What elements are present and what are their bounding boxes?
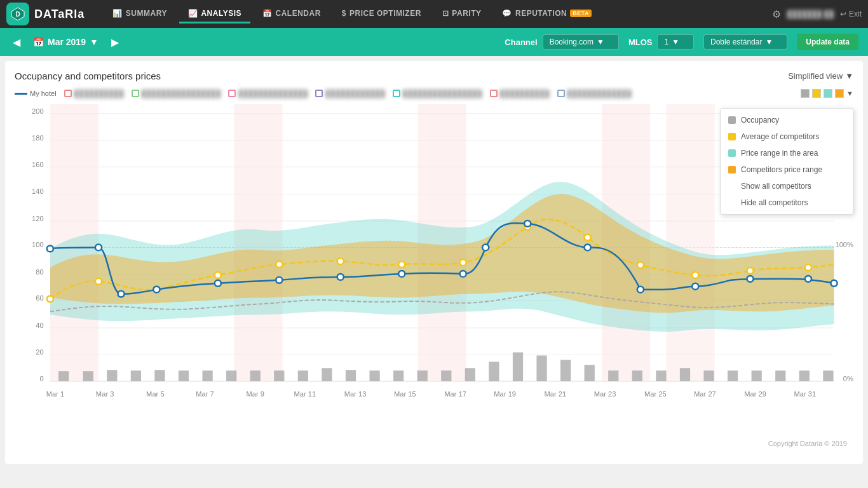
nav-item-parity[interactable]: ⊡ PARITY — [433, 5, 491, 24]
prev-month-button[interactable]: ◀ — [10, 36, 24, 48]
svg-text:Mar 29: Mar 29 — [744, 390, 766, 398]
svg-rect-64 — [823, 370, 833, 381]
svg-rect-50 — [489, 362, 499, 381]
dropdown-show-all[interactable]: Show all competitors — [721, 178, 853, 194]
copyright: Copyright Dataria © 2019 — [15, 437, 853, 447]
calendar-icon: 📅 — [262, 9, 273, 18]
svg-rect-36 — [154, 370, 165, 381]
date-selector[interactable]: 📅 Mar 2019 ▼ — [33, 37, 98, 47]
svg-rect-61 — [752, 370, 762, 381]
mlos-select[interactable]: 1 ▼ — [657, 34, 694, 50]
update-data-button[interactable]: Update data — [797, 34, 858, 50]
dd-occupancy-color — [728, 116, 736, 124]
svg-rect-53 — [560, 360, 571, 381]
nav-items: 📊 SUMMARY 📈 ANALYSIS 📅 CALENDAR $ PRICE … — [104, 5, 771, 24]
comp7-color — [557, 90, 565, 97]
svg-rect-38 — [202, 370, 212, 381]
mlos-dropdown-icon: ▼ — [672, 37, 679, 46]
next-month-button[interactable]: ▶ — [108, 36, 122, 48]
svg-point-94 — [805, 276, 811, 282]
dd-show-all-color — [728, 182, 736, 190]
svg-text:0%: 0% — [843, 375, 853, 383]
svg-point-78 — [805, 264, 811, 271]
legend-comp-2[interactable]: ████████████████ — [132, 90, 221, 97]
svg-point-82 — [153, 287, 159, 293]
svg-text:100%: 100% — [835, 241, 853, 249]
swatches-dropdown-icon[interactable]: ▼ — [846, 90, 853, 97]
nav-item-reputation[interactable]: 💬 REPUTATION BETA — [493, 5, 600, 24]
legend-color-swatches[interactable]: ▼ Occupancy Average of competitors Price… — [801, 89, 853, 98]
svg-rect-57 — [656, 370, 666, 381]
nav-item-analysis[interactable]: 📈 ANALYSIS — [179, 5, 250, 24]
svg-rect-62 — [775, 370, 785, 381]
svg-rect-60 — [728, 370, 738, 381]
svg-text:0: 0 — [39, 375, 43, 383]
svg-text:Mar 7: Mar 7 — [196, 390, 214, 398]
exit-button[interactable]: ↩ Exit — [840, 10, 862, 18]
svg-rect-33 — [83, 371, 93, 381]
svg-rect-49 — [465, 368, 475, 381]
legend-comp-3[interactable]: ██████████████ — [228, 90, 308, 97]
svg-rect-44 — [346, 370, 356, 381]
svg-point-91 — [637, 287, 644, 293]
logo[interactable]: D DATaRIa — [6, 3, 85, 25]
svg-point-68 — [215, 272, 221, 278]
dollar-icon: $ — [342, 9, 346, 18]
svg-point-80 — [95, 244, 102, 250]
dropdown-avg-competitors[interactable]: Average of competitors — [721, 128, 853, 145]
legend-comp-4[interactable]: ████████████ — [315, 90, 385, 97]
svg-text:60: 60 — [36, 295, 43, 302]
svg-point-92 — [692, 283, 698, 290]
svg-text:Mar 19: Mar 19 — [494, 390, 516, 398]
legend-row: My hotel ██████████ ████████████████ ███… — [15, 89, 853, 98]
legend-comp-7[interactable]: █████████████ — [557, 90, 632, 97]
dropdown-price-range-area[interactable]: Price range in the area — [721, 145, 853, 161]
dropdown-occupancy[interactable]: Occupancy — [721, 112, 853, 128]
dropdown-hide-all[interactable]: Hide all competitors — [721, 194, 853, 211]
svg-point-95 — [831, 280, 837, 287]
svg-text:Mar 23: Mar 23 — [594, 390, 616, 398]
channel-select[interactable]: Booking.com ▼ — [543, 34, 619, 50]
comp6-color — [490, 90, 498, 97]
svg-text:180: 180 — [32, 134, 44, 142]
legend-comp-1[interactable]: ██████████ — [64, 90, 124, 97]
legend-comp-5[interactable]: ████████████████ — [393, 90, 482, 97]
dd-price-area-color — [728, 149, 736, 157]
svg-point-66 — [95, 278, 102, 285]
svg-text:20: 20 — [36, 349, 43, 356]
nav-item-price-optimizer[interactable]: $ PRICE OPTIMIZER — [333, 5, 430, 24]
room-dropdown-icon: ▼ — [765, 37, 773, 46]
svg-rect-58 — [680, 368, 690, 381]
svg-text:Mar 27: Mar 27 — [694, 390, 716, 398]
dropdown-competitors-price-range[interactable]: Competitors price range — [721, 161, 853, 178]
settings-icon[interactable]: ⚙ — [772, 8, 781, 20]
nav-item-summary[interactable]: 📊 SUMMARY — [104, 5, 176, 24]
simplified-view-button[interactable]: Simplified view ▼ — [788, 71, 853, 81]
svg-rect-54 — [585, 365, 595, 381]
legend-my-hotel[interactable]: My hotel — [15, 90, 57, 97]
exit-icon: ↩ — [840, 10, 846, 18]
svg-rect-48 — [441, 370, 451, 381]
parity-icon: ⊡ — [442, 9, 449, 18]
svg-point-71 — [398, 261, 405, 268]
legend-dropdown: Occupancy Average of competitors Price r… — [720, 108, 853, 215]
svg-rect-39 — [226, 370, 236, 381]
legend-comp-6[interactable]: ██████████ — [490, 90, 550, 97]
svg-point-89 — [524, 220, 531, 227]
svg-point-70 — [337, 258, 344, 264]
my-hotel-legend-color — [15, 93, 27, 95]
svg-point-88 — [482, 244, 489, 250]
comp5-color — [393, 90, 400, 97]
svg-point-86 — [398, 271, 405, 277]
chart-title: Occupancy and competitors prices — [15, 71, 161, 81]
svg-rect-42 — [298, 370, 308, 381]
svg-rect-40 — [250, 370, 261, 381]
svg-point-84 — [276, 277, 282, 283]
beta-badge: BETA — [570, 10, 592, 17]
room-type-select[interactable]: Doble estándar ▼ — [703, 34, 787, 50]
svg-point-87 — [460, 271, 466, 277]
nav-right: ⚙ ███████ ██ ↩ Exit — [772, 8, 862, 20]
nav-item-calendar[interactable]: 📅 CALENDAR — [254, 5, 330, 24]
svg-point-85 — [337, 274, 344, 280]
svg-point-93 — [747, 276, 753, 282]
